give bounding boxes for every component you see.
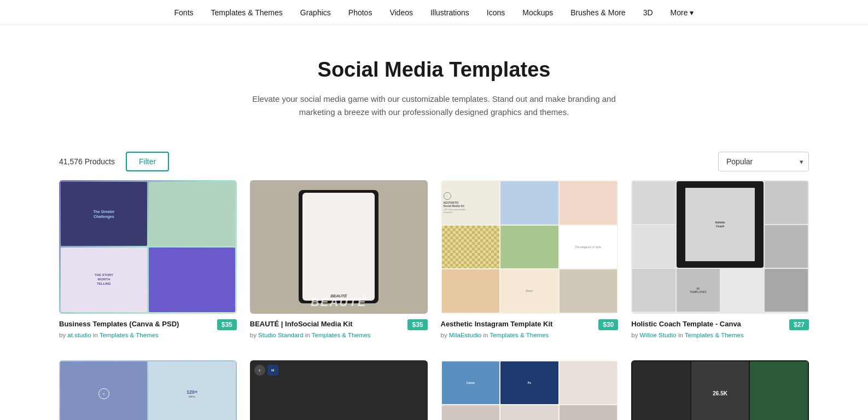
product-card-4[interactable]: HolisticCoach 60TEMPLATES Holistic Coach… [631,180,809,338]
product-card-1[interactable]: The GreaterChallenges THE STORYWORTHTELL… [59,180,237,338]
thumb-tile [500,226,558,269]
nav-more-label: More [671,8,688,17]
thumb-tile [442,269,500,313]
product-thumbnail-4: HolisticCoach 60TEMPLATES [631,180,809,314]
product-author-link-4[interactable]: Willoe Studio [640,332,677,338]
thumb-tile [500,405,558,420]
product-title-2: BEAUTÉ | InfoSocial Media Kit [250,319,404,329]
product-author-link-3[interactable]: MilaEstudio [449,332,481,338]
main-nav: Fonts Templates & Themes Graphics Photos… [0,0,868,25]
nav-brushes[interactable]: Brushes & More [570,8,625,17]
product-meta-3: by MilaEstudio in Templates & Themes [441,332,619,338]
product-title-1: Business Templates (Canva & PSD) [59,319,213,329]
sort-select[interactable]: Popular Newest Best Selling Price: Low t… [718,152,809,171]
thumb-tile: 120+ items [148,361,235,420]
product-meta-2: by Studio Standard in Templates & Themes [250,332,428,338]
nav-templates[interactable]: Templates & Themes [211,8,283,17]
product-author-link-1[interactable]: at.studio [67,332,91,338]
product-card-2[interactable]: BEAUTÉ BEAUTÉ BEAUTÉ | InfoSocial Media … [250,180,428,338]
thumb-tile [560,361,617,405]
product-thumbnail-2: BEAUTÉ BEAUTÉ [250,180,428,314]
thumb-tile [632,225,675,268]
nav-more[interactable]: More ▾ [671,8,694,17]
product-price-3: $30 [598,319,618,330]
product-thumbnail-5: c 120+ items 75 [59,360,237,420]
thumb-tile: 26.5K [691,361,749,420]
product-meta-1: by at.studio in Templates & Themes [59,332,237,338]
thumb-tile: Canva [442,361,500,405]
nav-icons[interactable]: Icons [487,8,505,17]
product-meta-4: by Willoe Studio in Templates & Themes [631,332,809,338]
product-thumbnail-1: The GreaterChallenges THE STORYWORTHTELL… [59,180,237,314]
phone-screen: BEAUTÉ [302,193,375,301]
product-category-link-2[interactable]: Templates & Themes [312,332,371,338]
product-card-5[interactable]: c 120+ items 75 [59,360,237,420]
product-author-link-2[interactable]: Studio Standard [258,332,303,338]
thumb-tile [721,269,764,312]
page-title: Social Media Templates [199,58,669,82]
canva-badge: c [254,365,265,376]
product-card-8[interactable]: 26.5K [631,360,809,420]
thumb-tile: The GreaterChallenges [61,182,147,246]
product-category-link-3[interactable]: Templates & Themes [490,332,549,338]
nav-photos[interactable]: Photos [348,8,372,17]
thumb-tile: 60TEMPLATES [677,269,720,312]
product-category-link-1[interactable]: Templates & Themes [100,332,159,338]
product-info-3: Aesthetic Instagram Template Kit $30 [441,319,619,330]
thumb-tile: Ps [500,361,558,405]
thumb-tile [560,405,617,420]
thumb-tile [149,182,235,246]
product-info-4: Holistic Coach Template - Canva $27 [631,319,809,330]
filter-button[interactable]: Filter [126,152,169,171]
sort-wrapper: Popular Newest Best Selling Price: Low t… [718,152,809,171]
products-grid-row2: c 120+ items 75 c Id BOOKING [0,360,868,420]
nav-3d[interactable]: 3D [643,8,653,17]
chevron-down-icon: ▾ [690,8,694,17]
phone-mockup: BEAUTÉ [299,190,378,303]
product-category-link-4[interactable]: Templates & Themes [685,332,744,338]
thumb-tile [560,269,617,313]
product-thumbnail-7: Canva Ps [441,360,619,420]
product-author-label: by [250,332,258,338]
product-in-label: in [93,332,100,338]
thumb-tile [632,361,690,420]
thumb-tile: Boost [500,269,558,313]
product-price-2: $35 [407,319,427,330]
nav-graphics[interactable]: Graphics [300,8,331,17]
beaute-overlay-text: BEAUTÉ [311,295,366,309]
id-badge: Id [267,365,278,376]
hero-description: Elevate your social media game with our … [243,93,626,119]
product-info-1: Business Templates (Canva & PSD) $35 [59,319,237,330]
thumb-tile: c AESTHETICSocial Media Kit +50 Fully cu… [442,181,500,225]
nav-videos[interactable]: Videos [389,8,413,17]
nav-mockups[interactable]: Mockups [522,8,553,17]
phone-mockup-4: HolisticCoach [677,181,764,268]
thumb-tile [442,226,500,269]
products-grid: The GreaterChallenges THE STORYWORTHTELL… [0,180,868,360]
product-in-label: in [483,332,490,338]
product-price-4: $27 [789,319,809,330]
thumb-tile [765,181,808,224]
product-thumbnail-8: 26.5K [631,360,809,420]
product-author-label: by [59,332,67,338]
nav-illustrations[interactable]: Illustrations [430,8,469,17]
product-author-label: by [441,332,449,338]
phone-screen-4: HolisticCoach [685,188,755,261]
thumb-tile [500,181,558,225]
product-thumbnail-6: c Id BOOKING [250,360,428,420]
product-card-6[interactable]: c Id BOOKING [250,360,428,420]
hero-section: Social Media Templates Elevate your soci… [188,25,680,141]
product-price-1: $35 [217,319,237,330]
toolbar: 41,576 Products Filter Popular Newest Be… [0,141,868,180]
thumb-tile [765,225,808,268]
thumb-tile [765,269,808,312]
product-thumbnail-3: c AESTHETICSocial Media Kit +50 Fully cu… [441,180,619,314]
nav-fonts[interactable]: Fonts [174,8,194,17]
thumb-tile [632,269,675,312]
product-in-label: in [678,332,685,338]
product-card-3[interactable]: c AESTHETICSocial Media Kit +50 Fully cu… [441,180,619,338]
product-info-2: BEAUTÉ | InfoSocial Media Kit $35 [250,319,428,330]
thumb-tile [442,405,500,420]
product-card-7[interactable]: Canva Ps [441,360,619,420]
product-author-label: by [631,332,639,338]
